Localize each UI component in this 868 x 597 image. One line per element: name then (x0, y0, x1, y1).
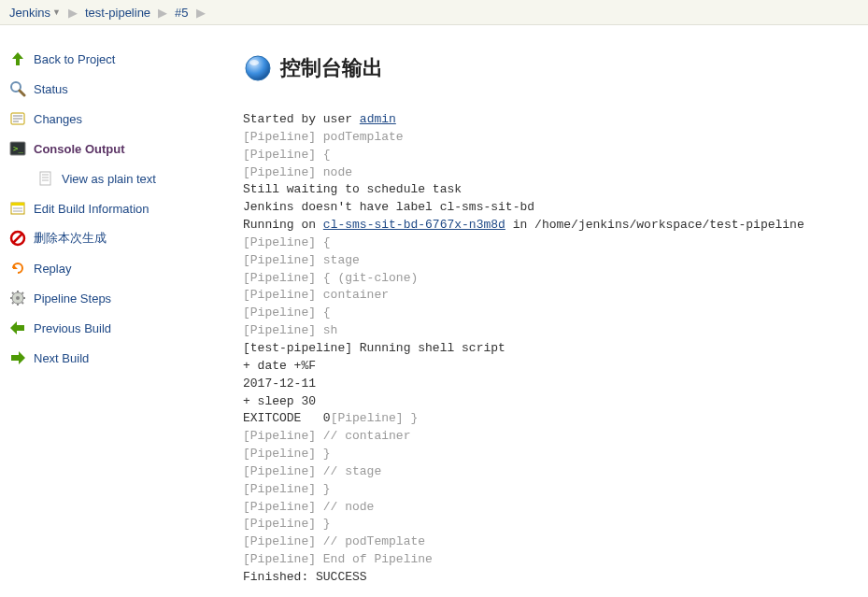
sidebar-changes[interactable]: Changes (7, 104, 243, 134)
arrow-right-icon (7, 349, 28, 366)
console-line: 2017-12-11 (243, 377, 316, 391)
console-line: [Pipeline] { (243, 148, 331, 162)
page-title: 控制台输出 (280, 54, 383, 82)
breadcrumb-root[interactable]: Jenkins▼ (4, 0, 66, 24)
page-heading: 控制台输出 (243, 53, 859, 83)
console-line: [Pipeline] sh (243, 323, 337, 337)
svg-line-27 (22, 292, 24, 294)
console-line: [Pipeline] } (243, 482, 331, 496)
svg-line-1 (20, 91, 24, 95)
sidebar-next-label: Next Build (34, 351, 89, 365)
console-line: [Pipeline] podTemplate (243, 130, 404, 144)
search-icon (7, 80, 28, 97)
svg-line-26 (12, 303, 14, 305)
sidebar-console-label: Console Output (34, 142, 125, 156)
sidebar-back-label: Back to Project (34, 52, 115, 66)
sidebar-replay-label: Replay (34, 262, 71, 276)
console-line: [Pipeline] // container (243, 429, 410, 443)
console-line: [Pipeline] { (git-clone) (243, 271, 418, 285)
console-line: Running on (243, 218, 323, 232)
sidebar-changes-label: Changes (34, 112, 82, 126)
sidebar-status[interactable]: Status (7, 74, 243, 104)
sidebar-edit-label: Edit Build Information (34, 202, 149, 216)
console-line: [Pipeline] End of Pipeline (243, 552, 433, 566)
breadcrumb-sep: ▶ (156, 6, 169, 20)
chevron-down-icon[interactable]: ▼ (52, 7, 61, 17)
sidebar-back[interactable]: Back to Project (7, 44, 243, 74)
notepad-icon (7, 200, 28, 217)
svg-point-29 (249, 60, 259, 65)
user-link[interactable]: admin (360, 112, 396, 126)
sidebar-previous[interactable]: Previous Build (7, 313, 243, 343)
console-line: Finished: SUCCESS (243, 570, 367, 584)
console-line: [Pipeline] node (243, 165, 352, 179)
console-line: [Pipeline] // stage (243, 464, 381, 478)
console-line: Still waiting to schedule task (243, 182, 462, 196)
console-line: Started by user (243, 112, 360, 126)
svg-line-24 (12, 292, 14, 294)
arrow-left-icon (7, 320, 28, 336)
svg-line-17 (13, 234, 22, 243)
console-line: in /home/jenkins/workspace/test-pipeline (505, 218, 804, 232)
svg-point-19 (16, 296, 20, 300)
sidebar: Back to Project Status Changes >_ Consol… (0, 25, 243, 373)
build-status-orb-icon (243, 53, 273, 83)
breadcrumb-sep: ▶ (194, 6, 207, 20)
console-line: EXITCODE 0 (243, 411, 331, 425)
console-line: [Pipeline] } (243, 517, 331, 531)
no-entry-icon (7, 230, 28, 247)
console-output: Started by user admin [Pipeline] podTemp… (243, 111, 859, 587)
console-line: [Pipeline] stage (243, 253, 360, 267)
svg-text:>_: >_ (13, 144, 23, 153)
svg-rect-8 (40, 172, 50, 185)
console-line: Jenkins doesn't have label cl-sms-sit-bd (243, 200, 534, 214)
console-line: [Pipeline] // podTemplate (243, 534, 425, 548)
sidebar-delete[interactable]: 删除本次生成 (7, 223, 243, 253)
console-line: [Pipeline] { (243, 235, 331, 249)
svg-rect-13 (11, 203, 24, 206)
breadcrumb-job-label: test-pipeline (85, 6, 150, 20)
breadcrumb-sep: ▶ (66, 6, 79, 20)
sidebar-edit[interactable]: Edit Build Information (7, 193, 243, 223)
sidebar-delete-label: 删除本次生成 (34, 230, 107, 247)
changes-icon (7, 110, 28, 127)
sidebar-console[interactable]: >_ Console Output (7, 134, 243, 163)
sidebar-plain-text[interactable]: View as plain text (7, 163, 243, 193)
breadcrumb-build[interactable]: #5 (169, 0, 193, 24)
document-icon (36, 170, 56, 187)
sidebar-steps[interactable]: Pipeline Steps (7, 283, 243, 313)
console-line: [Pipeline] } (331, 411, 419, 425)
console-line: [Pipeline] container (243, 288, 389, 302)
sidebar-plain-label: View as plain text (62, 172, 156, 186)
console-line: [Pipeline] // node (243, 500, 374, 514)
console-line: [Pipeline] } (243, 447, 331, 461)
arrow-up-icon (7, 50, 28, 67)
sidebar-next[interactable]: Next Build (7, 343, 243, 373)
breadcrumb-job[interactable]: test-pipeline (79, 0, 156, 24)
main-content: 控制台输出 Started by user admin [Pipeline] p… (243, 25, 868, 597)
node-link[interactable]: cl-sms-sit-bd-6767x-n3m8d (323, 218, 505, 232)
gear-icon (7, 290, 28, 306)
svg-line-25 (22, 303, 24, 305)
console-line: [Pipeline] { (243, 306, 331, 320)
console-line: + date +%F (243, 359, 316, 373)
breadcrumb-bar: Jenkins▼ ▶ test-pipeline ▶ #5 ▶ (0, 0, 868, 25)
svg-point-28 (246, 56, 270, 80)
console-line: [test-pipeline] Running shell script (243, 341, 505, 355)
sidebar-previous-label: Previous Build (34, 321, 111, 335)
console-line: + sleep 30 (243, 394, 316, 408)
replay-icon (7, 260, 28, 277)
terminal-icon: >_ (7, 140, 28, 157)
breadcrumb-root-label: Jenkins (9, 6, 50, 20)
sidebar-replay[interactable]: Replay (7, 253, 243, 283)
breadcrumb-build-label: #5 (175, 6, 188, 20)
sidebar-status-label: Status (34, 82, 68, 96)
sidebar-steps-label: Pipeline Steps (34, 291, 111, 306)
